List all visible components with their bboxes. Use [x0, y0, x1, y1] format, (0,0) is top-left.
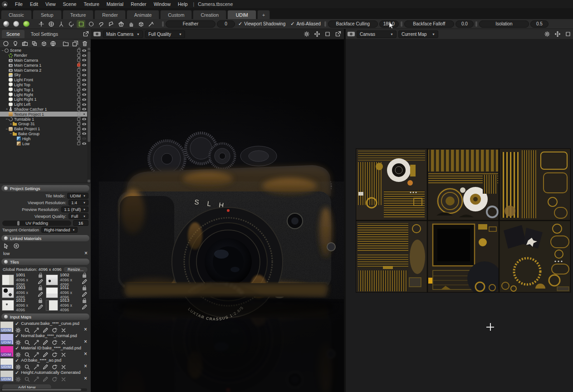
- rotate-tool-button[interactable]: [67, 20, 75, 28]
- remove-icon[interactable]: [60, 339, 67, 346]
- scene-tree-item[interactable]: Main Camera 1: [0, 63, 87, 68]
- eye-icon[interactable]: [82, 137, 86, 140]
- pencil-icon[interactable]: [81, 291, 88, 298]
- scene-tree-item[interactable]: Main Camera 2: [0, 68, 87, 73]
- lock-icon[interactable]: [77, 137, 80, 140]
- gear-icon[interactable]: [15, 339, 21, 346]
- lock-icon[interactable]: [77, 118, 80, 121]
- menu-texture[interactable]: Texture: [80, 0, 103, 8]
- scene-tree-item[interactable]: Light Right 1: [0, 97, 87, 102]
- universal-manipulator-button[interactable]: [47, 20, 55, 28]
- popout-icon[interactable]: [335, 31, 341, 37]
- viewport-3d[interactable]: Main Camera▼ Full Quality▼: [91, 29, 344, 392]
- scene-tree-item[interactable]: Main Camera: [0, 58, 87, 63]
- uv-tile[interactable]: [356, 149, 427, 220]
- folder-icon[interactable]: [63, 40, 69, 47]
- hand-tool-button[interactable]: [127, 20, 135, 28]
- eye-icon[interactable]: [82, 69, 86, 71]
- remove-icon[interactable]: ×: [84, 250, 88, 256]
- feather-value[interactable]: 0: [217, 20, 235, 28]
- facet-select-button[interactable]: [117, 20, 125, 28]
- project-settings-header[interactable]: Project Settings: [1, 185, 89, 191]
- lock-icon[interactable]: [77, 103, 80, 106]
- menu-view[interactable]: View: [42, 0, 59, 8]
- expander[interactable]: −: [1, 49, 5, 53]
- viewport-camera-select[interactable]: Main Camera▼: [103, 30, 143, 38]
- remove-icon[interactable]: [60, 327, 67, 333]
- input-map-row[interactable]: UDIM✓Height:Automatically Generated×: [0, 370, 91, 382]
- tab-tool-settings[interactable]: Tool Settings: [26, 30, 63, 38]
- eye-icon[interactable]: [82, 79, 86, 81]
- gear-icon[interactable]: [15, 364, 21, 370]
- backface-culling-slider[interactable]: Backface Culling: [328, 20, 378, 28]
- pivot-tool-button[interactable]: [57, 20, 65, 28]
- expander[interactable]: −: [5, 127, 9, 131]
- pencil-icon[interactable]: [42, 376, 49, 382]
- tile-item-1013[interactable]: 10134096 x 4096: [46, 299, 89, 311]
- tile-item-1003[interactable]: 10034096 x 4096: [2, 286, 45, 299]
- eye-icon[interactable]: [82, 103, 86, 106]
- eyedropper-icon[interactable]: [33, 352, 39, 358]
- scene-tree-item[interactable]: Texture Project 1: [0, 112, 87, 117]
- scene-tree-item[interactable]: Low: [0, 141, 87, 146]
- eye-icon[interactable]: [82, 54, 86, 57]
- workspace-tab-udim[interactable]: UDIM: [227, 10, 256, 19]
- refresh-icon[interactable]: [51, 364, 58, 370]
- eye-icon[interactable]: [82, 93, 86, 96]
- gear-icon[interactable]: [544, 31, 550, 37]
- scroll-down-button[interactable]: [88, 180, 90, 182]
- eyedropper-icon[interactable]: [33, 376, 39, 382]
- tile-item-1011[interactable]: 10114096 x 4096: [46, 286, 89, 299]
- uv-mode-select[interactable]: Canvas▼: [357, 30, 397, 38]
- uv-padding-value[interactable]: 16: [73, 220, 88, 226]
- pan-icon[interactable]: [554, 31, 561, 37]
- remove-icon[interactable]: [60, 376, 67, 382]
- workspace-tab-creation[interactable]: Creation: [193, 10, 226, 19]
- scene-tree-item[interactable]: Light Front: [0, 78, 87, 83]
- pick-material-icon[interactable]: [3, 243, 10, 249]
- slider-handle[interactable]: [324, 21, 326, 27]
- eye-icon[interactable]: [82, 118, 86, 120]
- pencil-icon[interactable]: [81, 279, 88, 285]
- resize-button[interactable]: Resize...: [63, 266, 88, 273]
- lock-icon[interactable]: [77, 88, 80, 91]
- expander[interactable]: +: [5, 107, 9, 111]
- scene-tree-item[interactable]: Render: [0, 53, 87, 58]
- eye-icon[interactable]: [82, 74, 86, 76]
- remove-icon[interactable]: [60, 352, 67, 358]
- uv-tile[interactable]: [356, 221, 427, 292]
- menu-scene[interactable]: Scene: [59, 0, 80, 8]
- scene-tree-item[interactable]: Light Top 1: [0, 87, 87, 92]
- lock-icon[interactable]: [77, 83, 80, 86]
- remove-icon[interactable]: ×: [84, 363, 87, 369]
- lasso-select-button[interactable]: [97, 20, 105, 28]
- eye-icon[interactable]: [82, 59, 86, 61]
- maximize-icon[interactable]: [565, 31, 571, 37]
- uv-tile[interactable]: [500, 221, 570, 292]
- menu-help[interactable]: Help: [174, 0, 191, 8]
- workspace-tab-animate[interactable]: Animate: [127, 10, 160, 19]
- eye-icon[interactable]: [82, 49, 86, 52]
- shaded-sphere-icon[interactable]: [2, 20, 10, 28]
- remove-icon[interactable]: ×: [84, 338, 87, 345]
- lock-icon[interactable]: [77, 74, 80, 77]
- checkmark-icon[interactable]: ✓: [15, 358, 19, 363]
- linked-material-item[interactable]: low ×: [0, 250, 91, 257]
- camera-icon[interactable]: [22, 40, 28, 47]
- tile-mode-select[interactable]: UDIM▼: [67, 193, 88, 199]
- scene-tree-item[interactable]: −Turntable 1: [0, 117, 87, 122]
- lock-icon[interactable]: [77, 59, 80, 62]
- lock-icon[interactable]: [39, 274, 42, 278]
- tile-item-1012[interactable]: 10124096 x 4096: [2, 299, 45, 311]
- green-sphere-icon[interactable]: [22, 20, 30, 28]
- popout-icon[interactable]: [83, 31, 89, 37]
- uv-2d-panel[interactable]: Canvas▼ Current Map▼: [346, 29, 573, 392]
- lock-icon[interactable]: [83, 287, 86, 290]
- magnifier-icon[interactable]: [24, 364, 30, 370]
- eyedropper-icon[interactable]: [33, 364, 39, 370]
- workspace-tab-setup[interactable]: Setup: [33, 10, 62, 19]
- tangent-orientation-select[interactable]: Right-Handed▼: [41, 227, 78, 233]
- material-sphere-icon[interactable]: [3, 40, 9, 47]
- viewport-quality-select[interactable]: Full Quality▼: [145, 30, 185, 38]
- gear-icon[interactable]: [15, 352, 21, 358]
